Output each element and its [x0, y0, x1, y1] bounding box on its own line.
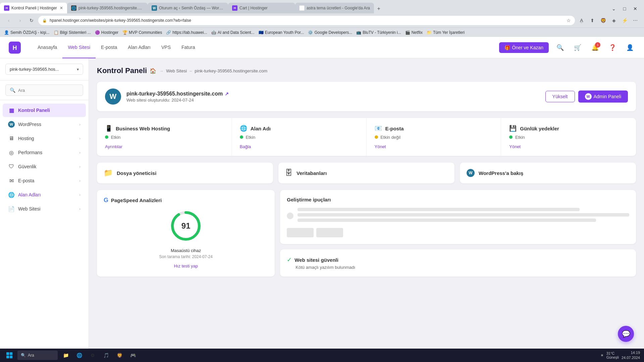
- taskbar-app-4[interactable]: 🎵: [101, 350, 111, 361]
- sidebar-item-eposta[interactable]: ✉ E-posta ›: [3, 174, 86, 187]
- web-sitesi-icon: 📄: [8, 205, 15, 212]
- pagespeed-device: Masaüstü cihaz: [104, 248, 268, 253]
- bookmark-blutv[interactable]: 📺BluTV - Türkiyenin i...: [356, 30, 401, 35]
- loading-line-3: [298, 219, 596, 222]
- breadcrumb-domain[interactable]: pink-turkey-359565.hostingersite.com: [195, 68, 267, 73]
- hosting-status-value: Etkin: [105, 135, 223, 140]
- chevron-icon: ›: [79, 136, 80, 140]
- new-tab-button[interactable]: +: [374, 4, 383, 13]
- domain-status-link[interactable]: Bağla: [240, 144, 251, 149]
- taskbar-app-1[interactable]: 📁: [60, 350, 71, 361]
- sidebar-item-label: Alan Adları: [18, 192, 41, 197]
- extension-icon[interactable]: ⚡: [620, 16, 629, 25]
- wallets-icon[interactable]: ◈: [609, 16, 619, 25]
- svg-rect-7: [10, 356, 12, 358]
- bookmark-2[interactable]: 📋Bilgi Sistemleri ...: [54, 30, 91, 35]
- bookmark-1[interactable]: 👤Semih ÖZDAŞ - kişi...: [4, 30, 50, 35]
- bookmark-hostinger[interactable]: 🟣Hostinger: [95, 30, 118, 35]
- breadcrumb-separator-2: –: [190, 68, 192, 73]
- taskbar-app-6[interactable]: 🎮: [127, 350, 138, 361]
- bookmark-star[interactable]: ☆: [567, 18, 571, 23]
- domain-status-value: Etkin: [240, 135, 358, 140]
- bookmark-google-dev[interactable]: ⚙️Google Developers...: [308, 30, 352, 35]
- help-button[interactable]: ❓: [606, 42, 619, 54]
- taskbar-app-3[interactable]: ⚙: [87, 350, 98, 361]
- profile-button[interactable]: 👤: [624, 42, 636, 54]
- email-dot: [375, 135, 378, 139]
- nav-eposta[interactable]: E-posta: [96, 37, 122, 58]
- hostinger-logo[interactable]: H: [8, 41, 21, 54]
- tab-maximize[interactable]: □: [620, 4, 629, 13]
- bookmark-mvp[interactable]: 🏆MVP Communities: [122, 30, 162, 35]
- refer-button[interactable]: 🎁 Öner ve Kazan: [499, 42, 549, 53]
- sidebar-item-guvenlik[interactable]: 🛡 Güvenlik ›: [3, 160, 86, 173]
- back-button[interactable]: ‹: [4, 16, 13, 25]
- sidebar-item-kontrol-paneli[interactable]: ▦ Kontrol Paneli: [3, 104, 86, 117]
- domain-dropdown[interactable]: pink-turkey-359565.hos... ▾: [5, 64, 83, 75]
- tab-minimize[interactable]: ⌄: [609, 4, 619, 13]
- nav-anasayfa[interactable]: Anasayfa: [32, 37, 62, 58]
- nav-alan-adlari[interactable]: Alan Adları: [122, 37, 156, 58]
- breadcrumb-web[interactable]: Web Sitesi: [166, 68, 187, 73]
- taskbar-app-5[interactable]: 🦁: [114, 350, 125, 361]
- speed-test-anchor[interactable]: Hız testi yap: [174, 263, 198, 268]
- tab-title: Kontrol Paneli | Hostinger: [11, 6, 58, 10]
- sidebar-item-performans[interactable]: ◎ Performans ›: [3, 146, 86, 159]
- tool-card-dosya[interactable]: 📁 Dosya yöneticisi: [97, 163, 273, 183]
- search-box[interactable]: 🔍: [5, 84, 83, 96]
- tab-title-5: astra tema ücretleri - Google'da Ara: [307, 6, 370, 10]
- sidebar-item-web-sitesi[interactable]: 📄 Web Sitesi ›: [3, 202, 86, 216]
- tab-close[interactable]: ✕: [631, 4, 640, 13]
- marketplace-button[interactable]: 🛒: [572, 42, 584, 54]
- hosting-status-link[interactable]: Ayrıntılar: [105, 144, 122, 149]
- eposta-icon: ✉: [8, 177, 15, 184]
- status-card-domain: 🌐 Alan Adı Etkin Bağla: [232, 118, 367, 156]
- forward-button[interactable]: ›: [15, 16, 25, 25]
- home-breadcrumb-icon[interactable]: 🏠: [150, 68, 156, 74]
- nav-websitesi[interactable]: Web Sitesi: [62, 37, 96, 58]
- taskbar-app-2[interactable]: 🌐: [74, 350, 85, 361]
- search-nav-button[interactable]: 🔍: [554, 42, 566, 54]
- tab-close-btn[interactable]: ✕: [60, 6, 63, 10]
- reload-button[interactable]: ↻: [27, 16, 36, 25]
- upgrade-button[interactable]: Yükselt: [545, 91, 575, 102]
- tool-card-db[interactable]: 🗄 Veritabanları: [278, 163, 454, 183]
- sidebar-item-hosting[interactable]: 🖥 Hosting ›: [3, 132, 86, 145]
- brave-shields-icon[interactable]: 🦁: [598, 16, 608, 25]
- performans-icon: ◎: [8, 149, 15, 156]
- inactive-tab-3[interactable]: W Oturum aç ‹ Semih Özdaş — WordP...: [148, 3, 228, 13]
- inactive-tab-4[interactable]: H Cart | Hostinger: [228, 3, 295, 13]
- admin-panel-button[interactable]: W Admin Paneli: [578, 90, 628, 103]
- kontrol-paneli-icon: ▦: [8, 107, 15, 114]
- breadcrumb-separator: →: [159, 68, 163, 73]
- address-bar[interactable]: 🔒 hpanel.hostinger.com/websites/pink-tur…: [38, 16, 575, 25]
- share-icon[interactable]: ⬆: [588, 16, 597, 25]
- tool-card-wp[interactable]: W WordPress'a bakış: [460, 163, 636, 183]
- nav-vps[interactable]: VPS: [156, 37, 176, 58]
- chat-button[interactable]: 💬: [618, 326, 634, 342]
- gift-icon: 🎁: [504, 45, 510, 50]
- bookmark-huawei[interactable]: 🔗https://lab.huawei...: [166, 30, 207, 35]
- external-link-icon[interactable]: ↗: [225, 91, 229, 97]
- nav-fatura[interactable]: Fatura: [176, 37, 200, 58]
- sidebar-item-wordpress[interactable]: W WordPress ›: [3, 118, 86, 131]
- bookmark-ai[interactable]: 🤖AI and Data Scient...: [211, 30, 255, 35]
- taskbar-search[interactable]: 🔍 Ara: [17, 351, 58, 360]
- notifications-button[interactable]: 🔔 1: [589, 42, 601, 54]
- tab-favicon-2: 🌐: [71, 5, 76, 11]
- bookmark-netflix[interactable]: 🎬Netflix: [405, 30, 423, 35]
- bookmark-all[interactable]: 📁Tüm Yer İşaretleri: [427, 30, 465, 35]
- bookmark-eu[interactable]: 🇪🇺European Youth Por...: [259, 30, 304, 35]
- inactive-tab-5[interactable]: G astra tema ücretleri - Google'da Ara: [295, 3, 374, 13]
- start-button[interactable]: [4, 350, 15, 361]
- sidebar-item-alan-adlari[interactable]: 🌐 Alan Adları ›: [3, 188, 86, 201]
- email-status-link[interactable]: Yönet: [375, 144, 386, 149]
- more-icon[interactable]: ⋯: [631, 16, 640, 25]
- search-input[interactable]: [18, 88, 79, 93]
- translate-icon[interactable]: A̤: [577, 16, 586, 25]
- pagespeed-circle-wrap: 91: [104, 209, 268, 243]
- active-tab[interactable]: H Kontrol Paneli | Hostinger ✕: [0, 3, 67, 13]
- backup-status-link[interactable]: Yönet: [509, 144, 521, 149]
- pagespeed-card-title: G PageSpeed Analizleri: [104, 197, 268, 204]
- inactive-tab-2[interactable]: 🌐 pink-turkey-359565.hostingersite.co...: [67, 3, 148, 13]
